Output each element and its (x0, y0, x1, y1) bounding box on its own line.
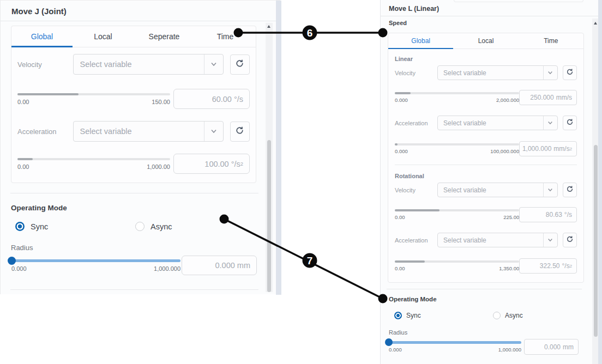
rotational-velocity-row: Velocity Select variable (395, 183, 577, 197)
velocity-variable-select[interactable]: Select variable (73, 54, 224, 75)
acceleration-variable-select[interactable]: Select variable (73, 121, 224, 142)
refresh-button[interactable] (563, 233, 577, 247)
speed-tabs: Global Local Seperate Time (11, 26, 256, 47)
tab-time[interactable]: Time (195, 26, 256, 47)
acceleration-label: Acceleration (395, 120, 437, 126)
radius-label: Radius (11, 244, 257, 252)
tab-local[interactable]: Local (73, 26, 134, 47)
scrollbar-thumb[interactable] (594, 145, 598, 337)
section-divider (387, 289, 582, 289)
title-divider (1, 21, 280, 21)
radius-slider-handle[interactable] (8, 257, 16, 265)
panel-title-move-j: Move J (Joint) (1, 1, 280, 21)
velocity-variable-select[interactable]: Select variable (437, 65, 558, 80)
velocity-slider[interactable] (395, 209, 519, 211)
slider-max-label: 1,000.000 (154, 265, 180, 272)
refresh-icon (235, 59, 244, 70)
acceleration-row: Acceleration Select variable (17, 121, 250, 142)
slider-min-label: 0.000 (395, 97, 408, 103)
move-j-panel: Move J (Joint) Global Local Seperate Tim… (0, 0, 280, 294)
panel-title-move-l: Move L (Linear) (381, 0, 602, 16)
tab-global[interactable]: Global (11, 26, 73, 47)
refresh-button[interactable] (230, 54, 250, 75)
refresh-button[interactable] (563, 183, 577, 197)
radio-async[interactable]: Async (493, 312, 592, 319)
slider-min-label: 0.00 (17, 163, 29, 170)
slider-max-label: 2,000.000 (496, 97, 519, 103)
acceleration-value-input[interactable]: 100.00°/s2 (173, 154, 250, 174)
velocity-slider[interactable] (17, 93, 170, 95)
refresh-button[interactable] (563, 116, 577, 130)
slider-max-label: 100,000.000 (490, 148, 519, 154)
rotational-section-label: Rotational (395, 173, 577, 179)
linear-velocity-slider-row: 0.000 2,000.000 250.000mm/s (395, 90, 577, 105)
tab-global[interactable]: Global (388, 33, 453, 48)
outer-scrollbar-track[interactable] (598, 0, 602, 364)
slider-max-label: 1,000.00 (147, 163, 170, 170)
left-scrollbar[interactable] (266, 23, 273, 292)
slider-min-label: 0.000 (395, 148, 408, 154)
acceleration-value-input[interactable]: 1,000.000mm/s2 (519, 141, 577, 156)
outer-scrollbar-track[interactable] (276, 1, 281, 295)
rotational-velocity-slider-row: 0.00 225.00 80.63°/s (395, 207, 577, 222)
callout-number-badge (303, 253, 317, 268)
velocity-label: Velocity (17, 60, 73, 69)
velocity-value-input[interactable]: 80.63°/s (519, 207, 577, 222)
radio-async[interactable]: Async (135, 222, 255, 231)
velocity-value-input[interactable]: 60.00°/s (173, 89, 250, 109)
acceleration-value-input[interactable]: 322.50°/s2 (519, 258, 577, 274)
slider-max-label: 1,350.00 (499, 265, 519, 271)
chevron-down-icon[interactable] (543, 66, 557, 80)
radio-sync[interactable]: Sync (394, 312, 493, 319)
speed-heading: Speed (389, 20, 602, 26)
refresh-icon (566, 235, 574, 245)
tab-time[interactable]: Time (519, 33, 583, 48)
slider-max-label: 1,000.000 (498, 347, 521, 353)
radio-sync[interactable]: Sync (15, 222, 135, 231)
slider-min-label: 0.00 (395, 214, 405, 220)
radius-slider[interactable] (389, 341, 521, 344)
scroll-up-icon[interactable] (267, 25, 270, 28)
tab-local[interactable]: Local (453, 33, 518, 48)
slider-min-label: 0.000 (11, 265, 27, 272)
scroll-up-icon[interactable] (594, 22, 597, 25)
speed-tabs: Global Local Time (388, 33, 583, 49)
refresh-icon (566, 68, 574, 78)
select-placeholder: Select variable (438, 186, 543, 194)
select-placeholder: Select variable (74, 60, 204, 69)
refresh-button[interactable] (563, 65, 577, 80)
radio-sync-label: Sync (406, 312, 421, 319)
velocity-row: Velocity Select variable (17, 54, 250, 75)
chevron-down-icon[interactable] (543, 233, 557, 247)
velocity-variable-select[interactable]: Select variable (437, 183, 558, 197)
velocity-value-input[interactable]: 250.000mm/s (519, 90, 577, 105)
acceleration-slider[interactable] (17, 158, 170, 160)
scrollbar-thumb[interactable] (267, 140, 271, 292)
tab-seperate[interactable]: Seperate (134, 26, 195, 47)
velocity-label: Velocity (395, 187, 437, 193)
operating-mode-options: Sync Async (394, 312, 602, 319)
chevron-down-icon[interactable] (204, 54, 223, 74)
radius-value-input[interactable]: 0.000mm (182, 256, 257, 275)
move-l-panel: Move L (Linear) Speed Global Local Time … (380, 0, 602, 364)
radio-sync-label: Sync (31, 222, 48, 231)
radius-slider-row: 0.000 1,000.000 0.000mm (389, 339, 579, 355)
chevron-down-icon[interactable] (543, 183, 557, 197)
radius-slider-handle[interactable] (385, 338, 393, 346)
acceleration-slider[interactable] (395, 143, 519, 145)
section-divider (395, 165, 577, 165)
radius-slider-row: 0.000 1,000.000 0.000mm (11, 256, 257, 275)
acceleration-slider[interactable] (395, 260, 519, 263)
velocity-slider[interactable] (395, 92, 519, 94)
radio-async-label: Async (150, 222, 172, 231)
refresh-button[interactable] (230, 122, 250, 142)
chevron-down-icon[interactable] (204, 122, 223, 141)
screen: Move J (Joint) Global Local Seperate Tim… (0, 0, 602, 364)
linear-velocity-row: Velocity Select variable (395, 65, 577, 80)
chevron-down-icon[interactable] (543, 116, 557, 130)
acceleration-variable-select[interactable]: Select variable (437, 233, 558, 247)
acceleration-variable-select[interactable]: Select variable (437, 116, 558, 130)
title-divider (381, 16, 602, 16)
radius-slider[interactable] (11, 259, 180, 262)
radius-value-input[interactable]: 0.000mm (524, 339, 579, 355)
